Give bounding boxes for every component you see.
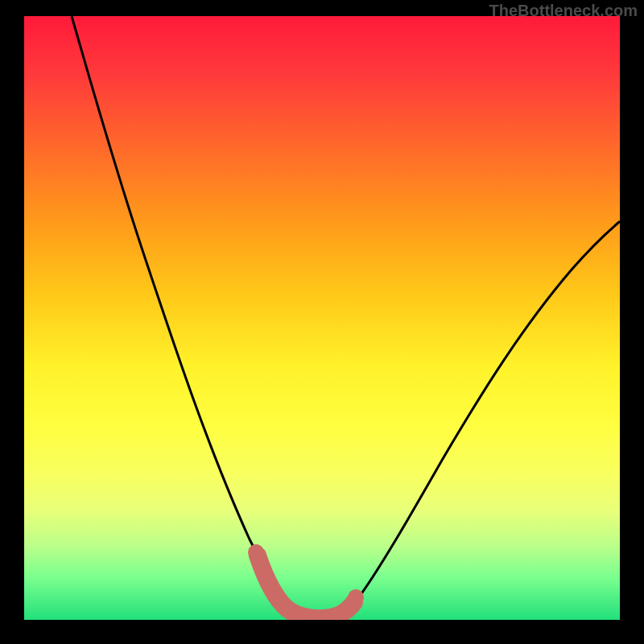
highlight-dot-right: [348, 589, 364, 605]
highlight-dot-mid: [270, 592, 287, 609]
curve-highlight: [258, 555, 354, 618]
chart-frame: TheBottleneck.com: [0, 0, 644, 644]
watermark-text: TheBottleneck.com: [489, 2, 638, 20]
curve-main: [72, 16, 620, 618]
chart-plot-area: [24, 16, 620, 620]
highlight-dot-left: [248, 544, 264, 560]
chart-svg: [24, 16, 620, 620]
